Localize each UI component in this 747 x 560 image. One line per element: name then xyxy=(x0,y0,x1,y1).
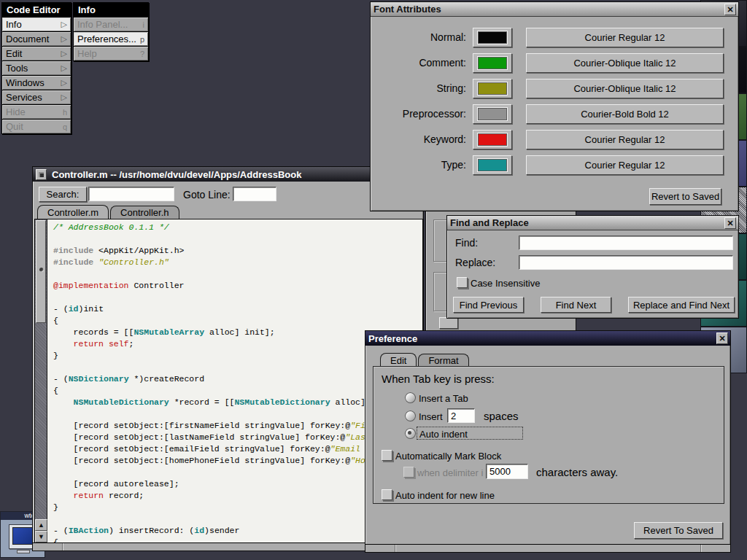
code-token-normal: ) insertRecord: ( xyxy=(109,526,194,535)
case-insensitive-checkbox[interactable] xyxy=(457,277,468,288)
submenu-title[interactable]: Info xyxy=(73,2,149,18)
code-token-normal: [record autorelease]; xyxy=(53,479,179,489)
code-token-normal: - ( xyxy=(53,374,69,384)
menu-item-info[interactable]: Info▷ xyxy=(1,18,71,32)
scroll-down-button[interactable]: ▼ xyxy=(35,531,47,542)
code-token-keyword: return xyxy=(74,491,104,500)
font-attribute-row: Keyword:Courier Regular 12 xyxy=(371,129,738,149)
code-token-type: NSMutableDictionary xyxy=(74,397,169,407)
delimiter-chars-input[interactable] xyxy=(486,464,528,479)
replace-and-find-next-button[interactable]: Replace and Find Next xyxy=(628,297,735,313)
scroll-up-button[interactable]: ▲ xyxy=(35,519,47,531)
font-attribute-row: Normal:Courier Regular 12 xyxy=(371,27,738,47)
menu-item-info-panel-[interactable]: Info Panel...i xyxy=(73,18,149,32)
code-line: @implementation Controller xyxy=(53,280,422,292)
menu-item-label: Info xyxy=(6,19,22,30)
menu-key-label: ? xyxy=(140,50,144,58)
font-select-button[interactable]: Courier Regular 12 xyxy=(526,155,724,175)
close-icon[interactable]: ✕ xyxy=(716,332,728,344)
close-icon[interactable]: ✕ xyxy=(724,217,736,229)
color-swatch xyxy=(478,133,507,146)
menu-item-services[interactable]: Services▷ xyxy=(1,90,71,105)
preference-tabs: Edit Format xyxy=(380,352,471,367)
delimiter-checkbox[interactable] xyxy=(403,467,414,478)
code-token-string: "Email xyxy=(330,444,360,454)
color-swatch-button[interactable] xyxy=(473,130,512,149)
color-swatch-button[interactable] xyxy=(473,28,512,47)
font-select-button[interactable]: Courier Regular 12 xyxy=(526,130,724,149)
code-token-preproc: #include xyxy=(53,246,93,255)
font-select-button[interactable]: Courier-Oblique Italic 12 xyxy=(526,79,724,98)
code-token-normal: )init xyxy=(79,304,104,314)
close-icon[interactable]: ✕ xyxy=(724,4,736,15)
code-token-string: "Las xyxy=(345,432,365,442)
goto-line-input[interactable] xyxy=(233,187,276,201)
font-attribute-label: Type: xyxy=(371,159,473,171)
code-token-type: NSMutableArray xyxy=(133,327,204,337)
find-previous-button[interactable]: Find Previous xyxy=(453,297,524,313)
font-select-button[interactable]: Courier Regular 12 xyxy=(526,28,724,47)
auto-indent-radio[interactable] xyxy=(405,428,416,439)
submenu-arrow-icon: ▷ xyxy=(61,34,67,44)
find-input[interactable] xyxy=(519,236,733,250)
insert-tab-radio[interactable] xyxy=(405,392,416,403)
code-token-normal xyxy=(53,397,74,407)
find-next-button[interactable]: Find Next xyxy=(541,297,611,313)
search-button[interactable]: Search: xyxy=(39,187,87,202)
color-swatch xyxy=(478,159,507,171)
color-swatch-button[interactable] xyxy=(473,104,512,124)
monitor-base xyxy=(17,550,30,553)
tab-size-input[interactable] xyxy=(447,408,475,423)
color-swatch xyxy=(478,31,507,44)
replace-input[interactable] xyxy=(519,255,733,270)
menu-item-preferences-[interactable]: Preferences...p xyxy=(73,32,149,47)
find-replace-titlebar[interactable]: Find and Replace ✕ xyxy=(447,216,738,230)
editor-window-title: Controller.m -- /usr/home/dvu/devel/Apps… xyxy=(52,169,301,180)
color-swatch-button[interactable] xyxy=(473,155,512,175)
code-token-normal: { xyxy=(53,537,58,542)
vertical-scrollbar[interactable]: ▲ ▼ xyxy=(35,219,47,542)
auto-indent-newline-checkbox[interactable] xyxy=(382,489,392,500)
code-token-normal: Controller xyxy=(129,281,185,290)
tab-controller-m[interactable]: Controller.m xyxy=(37,205,109,219)
font-select-button[interactable]: Courier-Oblique Italic 12 xyxy=(526,53,724,73)
search-input[interactable] xyxy=(88,187,174,201)
font-select-button[interactable]: Courier-Bold Bold 12 xyxy=(526,104,724,124)
menu-item-tools[interactable]: Tools▷ xyxy=(1,61,71,76)
tab-format[interactable]: Format xyxy=(418,354,468,367)
preference-titlebar[interactable]: Preference ✕ xyxy=(365,331,730,346)
revert-to-saved-button[interactable]: Revert To Saved xyxy=(634,522,723,539)
preference-resize-bar[interactable] xyxy=(365,544,730,552)
code-line: - (id)init xyxy=(53,303,422,315)
menu-item-quit[interactable]: Quitq xyxy=(1,120,71,134)
miniaturize-button[interactable] xyxy=(36,169,47,180)
menu-item-hide[interactable]: Hideh xyxy=(1,105,71,120)
tab-edit[interactable]: Edit xyxy=(380,353,417,367)
menu-item-label: Document xyxy=(6,34,49,44)
code-token-normal: records = [[ xyxy=(53,327,133,337)
mark-block-checkbox[interactable] xyxy=(382,450,392,461)
info-submenu: Info Info Panel...iPreferences...pHelp? xyxy=(73,2,149,61)
font-attributes-titlebar[interactable]: Font Attributes ✕ xyxy=(371,2,738,17)
knob-dimple-icon xyxy=(39,268,44,272)
revert-to-saved-button[interactable]: Revert to Saved xyxy=(649,188,721,205)
auto-indent-newline-label: Auto indent for new line xyxy=(395,490,495,501)
code-token-normal: } xyxy=(53,351,58,360)
tab-controller-h[interactable]: Controller.h xyxy=(110,206,179,219)
menu-item-help[interactable]: Help? xyxy=(73,47,149,61)
menu-item-document[interactable]: Document▷ xyxy=(1,32,71,47)
code-line: #include <AppKit/AppKit.h> xyxy=(53,245,422,257)
scrollbar-knob[interactable] xyxy=(36,220,46,323)
color-swatch-button[interactable] xyxy=(473,53,512,73)
menu-item-windows[interactable]: Windows▷ xyxy=(1,76,71,90)
color-swatch-button[interactable] xyxy=(473,79,512,98)
menu-title[interactable]: Code Editor xyxy=(1,2,71,18)
editor-titlebar[interactable]: Controller.m -- /usr/home/dvu/devel/Apps… xyxy=(33,167,423,182)
code-token-keyword: @implementation xyxy=(53,281,129,290)
insert-spaces-radio[interactable] xyxy=(405,411,416,421)
submenu-arrow-icon: ▷ xyxy=(61,20,67,29)
code-token-normal: { xyxy=(53,316,58,325)
menu-item-edit[interactable]: Edit▷ xyxy=(1,47,71,61)
code-token-normal: alloc] init]; xyxy=(204,327,275,337)
code-line: { xyxy=(53,315,422,327)
